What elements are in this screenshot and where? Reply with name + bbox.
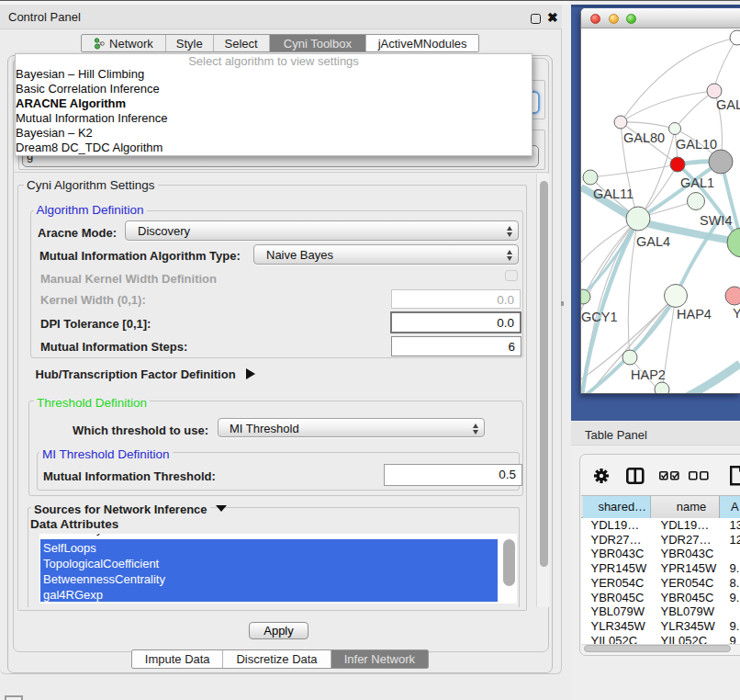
svg-text:GAL10: GAL10: [676, 137, 717, 152]
svg-text:GAL80: GAL80: [623, 130, 665, 145]
svg-text:GAL: GAL: [716, 97, 740, 112]
svg-text:GAL4: GAL4: [636, 234, 670, 249]
svg-text:GCY1: GCY1: [581, 310, 618, 324]
svg-text:GAL1: GAL1: [680, 175, 714, 190]
svg-text:SWI4: SWI4: [700, 213, 732, 228]
svg-text:Y: Y: [733, 306, 740, 321]
svg-text:GAL11: GAL11: [593, 186, 633, 201]
svg-text:HAP2: HAP2: [631, 367, 666, 382]
svg-text:HAP4: HAP4: [677, 307, 712, 322]
